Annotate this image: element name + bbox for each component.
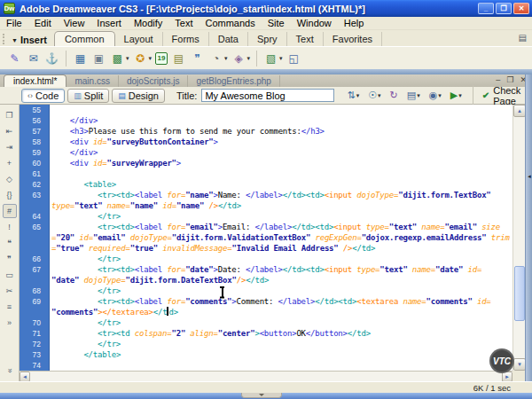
code-line[interactable]: </table> [50,349,512,360]
templates-icon[interactable]: ▧▾ [263,51,283,66]
dropdown-arrow-icon[interactable]: ▾ [378,92,381,99]
server-include-icon[interactable]: ▤ [171,51,186,66]
indent-code-icon[interactable]: » [3,316,17,330]
wrap-tag-icon[interactable]: ▭ [3,268,17,282]
menu-view[interactable]: View [58,18,91,28]
visual-aids-icon[interactable]: ◉▾ [429,90,442,101]
menu-site[interactable]: Site [262,18,291,28]
highlight-invalid-code-icon[interactable]: ! [3,220,17,234]
code-line[interactable]: "comments"></textarea></td> [50,307,512,317]
script-icon[interactable]: ◈▾ [231,51,251,66]
line-number[interactable]: 61 [20,168,49,179]
doc-minimize-button[interactable]: – [496,75,500,84]
doc-tab-dojoscripts-js[interactable]: dojoScripts.js [119,75,188,87]
line-number[interactable]: 58 [20,137,49,147]
horizontal-scrollbar[interactable]: ◄ ► [20,371,512,381]
code-line[interactable]: </tr> [50,254,512,264]
line-number[interactable]: 59 [20,147,49,158]
dropdown-arrow-icon[interactable]: ▾ [438,92,442,99]
line-number[interactable]: 60 [20,158,49,168]
scroll-down-arrow-icon[interactable]: ▼ [513,358,526,371]
line-number[interactable]: 66 [20,254,49,264]
collapse-selection-icon[interactable]: ⇥ [3,140,17,154]
code-line[interactable]: <table> [50,179,512,190]
code-area[interactable]: </div><h3>Please use this form to send m… [50,105,512,371]
design-view-button[interactable]: ▤ Design [112,89,165,103]
insert-tab-common[interactable]: Common [54,31,115,46]
code-line[interactable]: </tr> [50,211,512,222]
doc-tab-index-html-[interactable]: index.html* [4,74,66,87]
line-numbers-icon[interactable]: # [3,204,17,218]
check-page-button[interactable]: ✔ Check Page [473,85,532,106]
restore-button[interactable]: ❐ [496,3,512,14]
code-line[interactable] [50,105,512,115]
code-line[interactable]: "date" dojoType="dijit.form.DateTextBox"… [50,275,512,286]
media-icon[interactable]: ✪▾ [133,51,153,66]
doc-tab-main-css[interactable]: main.css [66,75,118,87]
split-view-button[interactable]: ▥ Split [67,89,109,103]
dropdown-arrow-icon[interactable]: ▾ [458,92,462,99]
menu-insert[interactable]: Insert [90,18,128,28]
line-number[interactable]: 55 [20,105,49,115]
insert-bar-options-icon[interactable]: ▤ [519,33,527,43]
menu-text[interactable]: Text [168,18,199,28]
doc-restore-button[interactable]: ❐ [506,75,513,84]
open-documents-icon[interactable]: ❐ [3,108,17,122]
menu-modify[interactable]: Modify [128,18,168,28]
line-number[interactable] [20,200,49,211]
head-icon[interactable]: ◔▾ [208,51,228,66]
line-number[interactable]: 65 [20,222,49,232]
code-line[interactable]: <div id="surveyWrapper"> [50,158,512,168]
code-view-button[interactable]: ‹› Code [21,89,65,103]
insert-tab-layout[interactable]: Layout [115,32,163,46]
table-icon[interactable]: ▦ [73,51,88,66]
expand-all-icon[interactable]: + [3,156,17,170]
line-number[interactable]: 72 [20,339,49,349]
refresh-icon[interactable]: ↻ [390,90,398,101]
code-line[interactable]: </tr> [50,339,512,349]
code-line[interactable]: </div> [50,115,512,126]
code-line[interactable]: <div id="surveyButtonContainer"> [50,137,512,147]
select-parent-tag-icon[interactable]: ◇ [3,172,17,186]
dropdown-arrow-icon[interactable]: ▾ [149,55,153,62]
balance-braces-icon[interactable]: {} [3,188,17,202]
code-line[interactable]: </tr> [50,317,512,328]
menu-window[interactable]: Window [291,18,338,28]
code-line[interactable]: <tr><td><label for="date">Date: </label>… [50,264,512,275]
code-line[interactable]: <tr><td><label for="email">Email: </labe… [50,222,512,232]
code-line[interactable]: </tr> [50,286,512,296]
line-number[interactable] [20,307,49,317]
images-icon[interactable]: ▩▾ [110,51,129,66]
minimize-button[interactable]: _ [478,3,494,14]
dropdown-arrow-icon[interactable]: ▾ [126,55,129,62]
line-number[interactable]: 57 [20,126,49,137]
move-css-icon[interactable]: ≡ [3,300,17,314]
insert-tab-text[interactable]: Text [287,32,324,46]
code-line[interactable]: type="text" name="name" id="name" /></td… [50,200,512,211]
doc-tab-getblogentries-php[interactable]: getBlogEntries.php [188,75,280,87]
toolbar-grip[interactable] [3,34,7,44]
property-inspector-collapse-grip[interactable] [241,393,282,398]
insert-bar-label[interactable]: ▼ Insert [12,35,47,45]
dropdown-arrow-icon[interactable]: ▾ [279,55,283,62]
line-number[interactable]: 64 [20,211,49,222]
view-options-icon[interactable]: ▤▾ [407,90,420,101]
line-number[interactable]: 69 [20,296,49,307]
tag-chooser-icon[interactable]: ◱ [286,51,301,66]
line-number[interactable] [20,243,49,254]
line-number[interactable]: 70 [20,317,49,328]
preview-browser-icon[interactable]: ☉▾ [368,90,380,101]
code-line[interactable]: ="true" required="true" invalidMessage="… [50,243,512,254]
dropdown-arrow-icon[interactable]: ▾ [417,92,420,99]
hyperlink-icon[interactable]: ✎ [7,51,22,66]
line-number[interactable] [20,275,49,286]
format-source-chevron-icon[interactable]: « [3,364,17,378]
named-anchor-icon[interactable]: ⚓ [44,51,59,66]
code-line[interactable]: ="20" id="email" dojoType="dijit.form.Va… [50,232,512,243]
menu-file[interactable]: File [0,18,28,28]
code-line[interactable]: <h3>Please use this form to send me your… [50,126,512,137]
recent-snippets-icon[interactable]: ✂ [3,284,17,298]
apply-comment-icon[interactable]: ❝ [3,236,17,250]
line-number[interactable]: 56 [20,115,49,126]
collapse-full-tag-icon[interactable]: ⇤ [3,124,17,138]
